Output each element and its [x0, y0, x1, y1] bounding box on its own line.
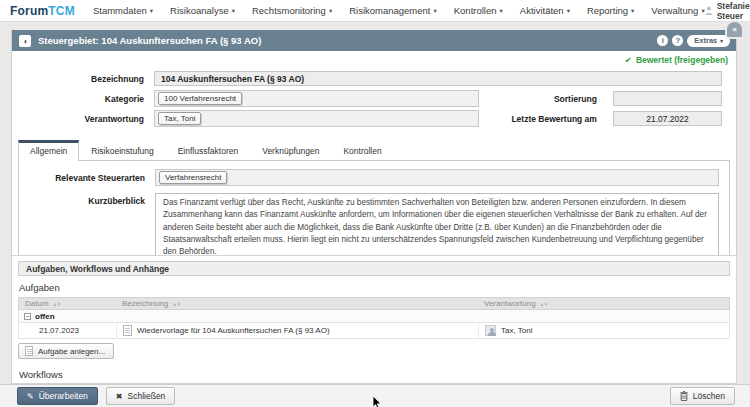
- app-logo[interactable]: ForumTCM: [10, 4, 75, 18]
- sortierung-field[interactable]: [613, 91, 722, 106]
- cell-bezeichnung: Wiedervorlage für 104 Auskunftersuchen F…: [116, 323, 478, 338]
- steuerarten-field[interactable]: Verfahrensrecht: [155, 169, 719, 186]
- menu-risikomanagement[interactable]: Risikomanagement▾: [349, 5, 437, 16]
- bezeichnung-field[interactable]: 104 Auskunftersuchen FA (§ 93 AO): [154, 71, 722, 86]
- cell-verantwortung: Tax, Toni: [478, 323, 729, 338]
- help-icon[interactable]: ?: [672, 35, 683, 46]
- extras-button[interactable]: Extras ▾: [687, 35, 730, 47]
- col-datum[interactable]: Datum ▲▼: [19, 299, 116, 308]
- schliessen-button[interactable]: ✖ Schließen: [106, 387, 176, 405]
- top-navigation: ForumTCM Stammdaten▾ Risikoanalyse▾ Rech…: [0, 0, 750, 22]
- sort-icon[interactable]: ▲▼: [540, 301, 548, 307]
- aufgaben-heading: Aufgaben: [19, 282, 730, 293]
- kategorie-chip[interactable]: 100 Verfahrensrecht: [158, 92, 242, 105]
- user-menu[interactable]: Stefanie Steuer (ADMINISTRATOR) ▾: [705, 1, 750, 21]
- status-row: ✔ Bewertet (freigegeben): [12, 51, 736, 68]
- steuerart-chip[interactable]: Verfahrensrecht: [159, 171, 227, 184]
- logo-text-forum: Forum: [10, 4, 48, 18]
- steuerarten-label: Relevante Steuerarten: [19, 173, 145, 183]
- close-x-icon: ✖: [116, 392, 123, 401]
- table-row[interactable]: 21.07.2023 Wiedervorlage für 104 Auskunf…: [18, 323, 730, 339]
- kurzueberblick-textarea[interactable]: Das Finanzamt verfügt über das Recht, Au…: [155, 193, 719, 262]
- kategorie-label: Kategorie: [12, 94, 144, 104]
- workflows-heading: Workflows: [19, 369, 730, 380]
- chevron-down-icon: ▾: [500, 7, 503, 14]
- chevron-down-icon: ▾: [631, 7, 634, 14]
- kurzueberblick-label: Kurzüberblick: [19, 193, 145, 262]
- info-icon[interactable]: i: [657, 35, 668, 46]
- trash-icon: [680, 391, 688, 401]
- tab-allgemein[interactable]: Allgemein: [18, 140, 79, 161]
- person-icon: [485, 325, 496, 336]
- panel-titlebar: ◖ Steuergebiet: 104 Auskunftersuchen FA …: [12, 30, 736, 51]
- logo-text-tcm: TCM: [48, 4, 75, 18]
- chevron-down-icon: ▾: [720, 38, 723, 44]
- group-label: offen: [35, 312, 55, 321]
- chevron-down-icon: ▾: [150, 7, 153, 14]
- check-icon: ✔: [625, 55, 632, 65]
- sort-icon[interactable]: ▲▼: [53, 301, 61, 307]
- collapse-icon[interactable]: −: [24, 313, 31, 320]
- bezeichnung-label: Bezeichnung: [12, 74, 144, 84]
- tabs-area: Allgemein Risikoeinstufung Einflussfakto…: [18, 140, 730, 272]
- steuergebiet-icon: ◖: [19, 35, 31, 47]
- col-verantwortung[interactable]: Verantwortung ▲▼: [478, 299, 729, 308]
- menu-reporting[interactable]: Reporting▾: [587, 5, 634, 16]
- menu-kontrollen[interactable]: Kontrollen▾: [454, 5, 503, 16]
- chevron-down-icon: ▾: [329, 7, 332, 14]
- chevron-down-icon: ▾: [433, 7, 436, 14]
- verantwortung-field[interactable]: Tax, Toni: [154, 110, 479, 127]
- aufgaben-table: Datum ▲▼ Bezeichnung ▲▼ Verantwortung ▲▼…: [18, 297, 730, 339]
- menu-risikoanalyse[interactable]: Risikoanalyse▾: [170, 5, 235, 16]
- aufgaben-workflows-panel: Aufgaben, Workflows und Anhänge Aufgaben…: [11, 255, 737, 384]
- chevron-down-icon: ▾: [232, 7, 235, 14]
- document-icon: [123, 325, 132, 336]
- close-icon[interactable]: ×: [727, 22, 742, 37]
- kategorie-field[interactable]: 100 Verfahrensrecht: [154, 90, 479, 107]
- steuergebiet-detail-panel: ◖ Steuergebiet: 104 Auskunftersuchen FA …: [11, 30, 737, 281]
- letzte-bewertung-label: Letzte Bewertung am: [479, 114, 597, 124]
- status-badge: ✔ Bewertet (freigegeben): [625, 55, 728, 65]
- cell-datum: 21.07.2023: [19, 323, 116, 338]
- user-icon: [705, 6, 713, 15]
- section-header[interactable]: Aufgaben, Workflows und Anhänge: [18, 261, 730, 276]
- letzte-bewertung-field[interactable]: 21.07.2022: [613, 111, 722, 126]
- header-form: Bezeichnung 104 Auskunftersuchen FA (§ 9…: [12, 68, 736, 133]
- sort-icon[interactable]: ▲▼: [172, 301, 180, 307]
- aufgabe-anlegen-button[interactable]: Aufgabe anlegen...: [18, 343, 114, 359]
- loeschen-button[interactable]: Löschen: [670, 387, 735, 405]
- sortierung-label: Sortierung: [479, 94, 597, 104]
- tab-strip: Allgemein Risikoeinstufung Einflussfakto…: [18, 140, 730, 160]
- panel-title: Steuergebiet: 104 Auskunftersuchen FA (§…: [38, 35, 261, 46]
- col-bezeichnung[interactable]: Bezeichnung ▲▼: [116, 299, 478, 308]
- group-row-offen[interactable]: − offen: [18, 310, 730, 323]
- menu-aktivitaeten[interactable]: Aktivitäten▾: [520, 5, 570, 16]
- user-name: Stefanie Steuer: [717, 1, 750, 21]
- tab-kontrollen[interactable]: Kontrollen: [331, 140, 393, 160]
- tab-verknuepfungen[interactable]: Verknüpfungen: [250, 140, 331, 160]
- ueberarbeiten-button[interactable]: ✎ Überarbeiten: [17, 387, 98, 405]
- chevron-down-icon: ▾: [567, 7, 570, 14]
- tab-einflussfaktoren[interactable]: Einflussfaktoren: [166, 140, 250, 160]
- menu-rechtsmonitoring[interactable]: Rechtsmonitoring▾: [252, 5, 332, 16]
- new-document-icon: [25, 346, 33, 356]
- menu-verwaltung[interactable]: Verwaltung▾: [651, 5, 704, 16]
- main-menu: Stammdaten▾ Risikoanalyse▾ Rechtsmonitor…: [93, 5, 705, 16]
- verantwortung-label: Verantwortung: [12, 114, 144, 124]
- menu-stammdaten[interactable]: Stammdaten▾: [93, 5, 153, 16]
- tab-risikoeinstufung[interactable]: Risikoeinstufung: [79, 140, 165, 160]
- verantwortung-chip[interactable]: Tax, Toni: [158, 112, 201, 125]
- aufgaben-table-header: Datum ▲▼ Bezeichnung ▲▼ Verantwortung ▲▼: [18, 297, 730, 310]
- edit-icon: ✎: [27, 392, 34, 401]
- action-footer: ✎ Überarbeiten ✖ Schließen Löschen: [0, 384, 750, 407]
